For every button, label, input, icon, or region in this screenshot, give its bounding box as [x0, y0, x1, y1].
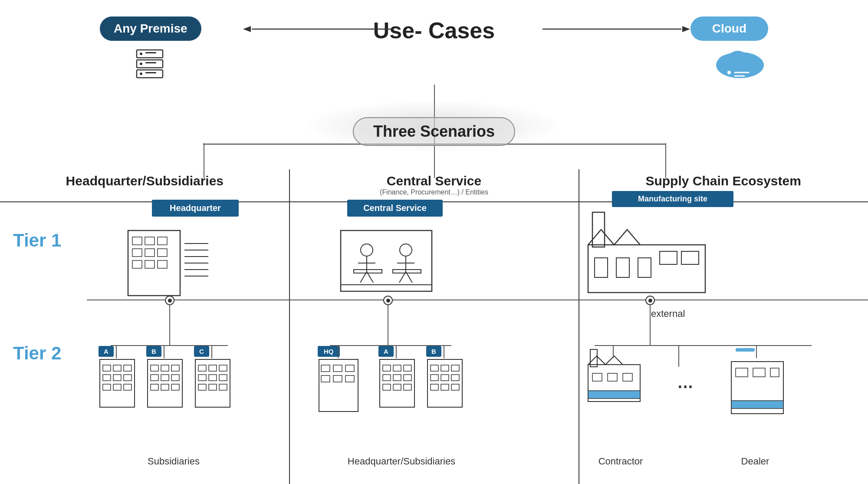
svg-point-39: [361, 244, 373, 256]
svg-rect-85: [198, 384, 206, 390]
svg-rect-67: [124, 384, 132, 390]
hq-building-svg: [317, 357, 360, 414]
svg-rect-52: [588, 245, 705, 293]
col-divider-left: [289, 169, 290, 484]
svg-rect-63: [113, 375, 121, 381]
tier1-col2-dot: [383, 296, 393, 305]
t2c1-vert-a: [116, 345, 117, 358]
svg-rect-89: [321, 365, 330, 372]
three-scenarios-box: Three Scenarios: [353, 117, 515, 146]
svg-rect-116: [451, 375, 459, 381]
svg-rect-127: [736, 368, 748, 377]
svg-point-11: [140, 72, 142, 75]
svg-rect-94: [345, 375, 354, 382]
svg-rect-82: [198, 375, 206, 381]
badge-hq: HQ: [318, 346, 340, 357]
svg-rect-56: [660, 251, 677, 264]
t2c1-vert-c: [211, 345, 212, 358]
svg-rect-88: [319, 359, 358, 412]
svg-rect-108: [393, 384, 401, 390]
svg-rect-122: [592, 373, 602, 381]
svg-rect-114: [431, 375, 438, 381]
headquarter-building-svg: [126, 217, 213, 300]
svg-rect-84: [219, 375, 227, 381]
svg-rect-28: [132, 260, 142, 268]
svg-rect-113: [451, 365, 459, 371]
svg-rect-105: [393, 375, 401, 381]
svg-rect-77: [171, 384, 179, 390]
tier2-col3-label3: Dealer: [729, 456, 781, 467]
svg-rect-112: [441, 365, 449, 371]
tier1-col2-building: Central Service: [339, 200, 434, 302]
tier1-col3-vert-down: [650, 305, 651, 346]
building-a2-svg: [378, 357, 417, 409]
tier2-col3-label1: Contractor: [595, 456, 647, 467]
arrow-right-icon: [542, 25, 690, 33]
svg-rect-91: [345, 365, 354, 372]
manufacturing-building-svg: [586, 208, 707, 299]
arrow-left-icon: [243, 25, 391, 33]
tier1-label: Tier 1: [13, 230, 61, 251]
svg-point-8: [140, 63, 142, 65]
t2c2-vert-a: [396, 345, 397, 358]
badge-b2: B: [426, 346, 441, 357]
tier2-col2-building-a: A: [378, 345, 417, 411]
svg-rect-59: [103, 365, 111, 371]
svg-point-45: [400, 244, 412, 256]
tier1-col2-vert-down: [388, 305, 388, 346]
tier2-col2-label: Headquarter/Subsidiaries: [326, 456, 477, 467]
svg-rect-107: [383, 384, 391, 390]
server-icon: [132, 48, 167, 91]
svg-rect-70: [161, 365, 169, 371]
svg-rect-101: [383, 365, 391, 371]
svg-rect-53: [595, 258, 608, 277]
badge-c: C: [194, 346, 209, 357]
tier2-col2-building-b: B: [425, 345, 464, 411]
svg-rect-9: [145, 62, 156, 63]
col2-header: Central Service (Finance, Procurement…) …: [289, 174, 579, 196]
svg-rect-61: [124, 365, 132, 371]
tier1-col1-building: Headquarter: [126, 200, 213, 302]
svg-rect-110: [427, 359, 462, 407]
svg-rect-44: [354, 270, 382, 273]
badge-a: A: [99, 346, 114, 357]
svg-rect-72: [151, 375, 158, 381]
svg-rect-86: [209, 384, 217, 390]
svg-rect-29: [145, 260, 155, 268]
col-divider-right: [579, 169, 579, 484]
tier1-col3-dot: [645, 296, 655, 305]
building-c-svg: [193, 357, 232, 409]
svg-rect-90: [333, 365, 342, 372]
svg-rect-79: [198, 365, 206, 371]
tier2-col1-label: Subsidiaries: [117, 456, 230, 467]
svg-rect-37: [341, 230, 432, 291]
svg-rect-76: [161, 384, 169, 390]
svg-rect-27: [158, 249, 167, 257]
tier1-col1-vert-down: [169, 305, 170, 346]
svg-rect-62: [103, 375, 111, 381]
svg-rect-124: [623, 373, 632, 381]
t2c3-vert-dots: [678, 345, 679, 367]
t2c2-vert-hq: [338, 345, 339, 358]
tier1-col3-badge: Manufacturing site: [612, 191, 733, 207]
svg-rect-100: [380, 359, 414, 407]
svg-rect-115: [441, 375, 449, 381]
svg-rect-58: [100, 359, 135, 407]
svg-rect-68: [148, 359, 182, 407]
svg-rect-12: [145, 72, 156, 73]
external-label: external: [651, 308, 685, 319]
t2c1-vert-b: [164, 345, 164, 358]
svg-rect-128: [753, 368, 765, 377]
tier2-col1-building-a: A: [98, 345, 137, 411]
svg-rect-57: [681, 251, 699, 264]
svg-rect-109: [404, 384, 411, 390]
t2c3-vert-contractor: [613, 345, 614, 358]
svg-rect-117: [431, 384, 438, 390]
svg-rect-118: [441, 384, 449, 390]
svg-rect-71: [171, 365, 179, 371]
contractor-building-svg: [586, 347, 642, 404]
svg-rect-81: [219, 365, 227, 371]
tier2-col3-dots-label: …: [677, 373, 694, 392]
vert-col1: [204, 143, 204, 178]
svg-point-5: [140, 53, 142, 55]
